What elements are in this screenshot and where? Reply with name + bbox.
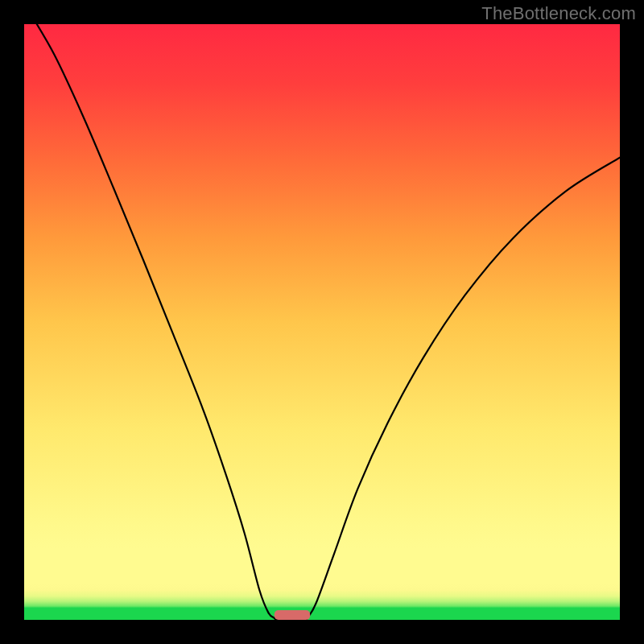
bottleneck-curve [24, 24, 620, 620]
optimal-marker [275, 610, 310, 620]
watermark-text: TheBottleneck.com [481, 3, 636, 24]
chart-frame: TheBottleneck.com [0, 0, 644, 644]
plot-area [24, 24, 620, 620]
curve-svg [24, 24, 620, 620]
